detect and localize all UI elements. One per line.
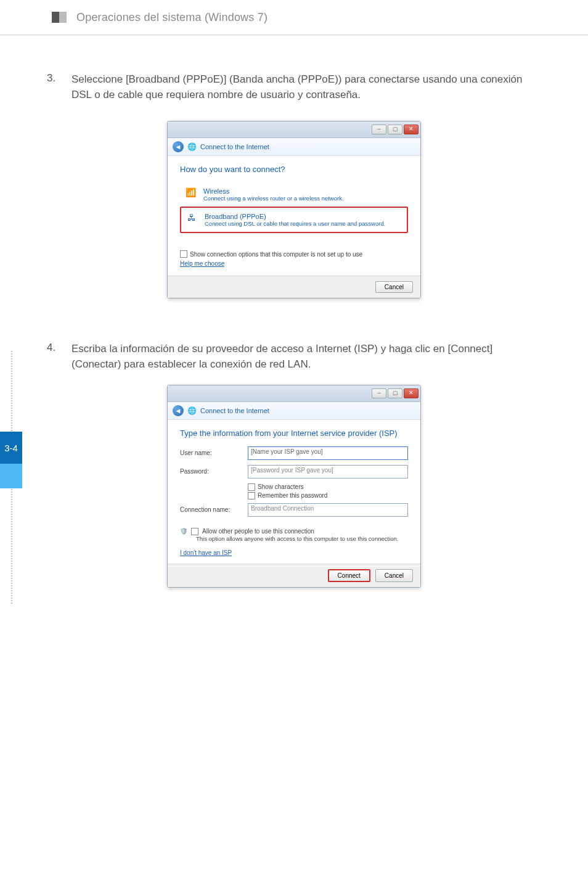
close-button[interactable]: ✕ xyxy=(404,125,419,134)
checkbox-icon[interactable] xyxy=(248,492,255,499)
back-icon[interactable]: ◄ xyxy=(173,141,184,152)
allow-others-checkbox[interactable]: 🛡️ Allow other people to use this connec… xyxy=(180,528,408,535)
dialog-heading: Type the information from your Internet … xyxy=(180,429,408,438)
password-label: Password: xyxy=(180,468,248,475)
broadband-sub: Connect using DSL or cable that requires… xyxy=(205,220,385,227)
step-4-text: Escriba la información de su proveedor d… xyxy=(71,342,541,372)
breadcrumb-text: Connect to the Internet xyxy=(200,143,269,150)
window-titlebar: – ▢ ✕ xyxy=(168,385,420,402)
option-wireless[interactable]: 📶 Wireless Connect using a wireless rout… xyxy=(180,183,408,207)
wireless-icon: 📶 xyxy=(184,187,197,197)
allow-title: Allow other people to use this connectio… xyxy=(202,528,314,535)
checkbox-icon[interactable] xyxy=(180,250,187,258)
cancel-button[interactable]: Cancel xyxy=(375,569,413,582)
show-chars-label: Show characters xyxy=(258,483,303,490)
cancel-button[interactable]: Cancel xyxy=(375,281,413,293)
connect-button[interactable]: Connect xyxy=(328,569,370,582)
minimize-button[interactable]: – xyxy=(372,125,386,134)
connection-name-label: Connection name: xyxy=(180,506,248,513)
window-titlebar: – ▢ ✕ xyxy=(168,121,420,138)
maximize-button[interactable]: ▢ xyxy=(388,388,402,398)
globe-icon: 🌐 xyxy=(187,406,197,415)
show-options-checkbox-row[interactable]: Show connection options that this comput… xyxy=(180,250,408,258)
broadband-icon: 🖧 xyxy=(185,213,198,223)
connection-name-input[interactable]: Broadband Connection xyxy=(248,503,408,517)
show-options-label: Show connection options that this comput… xyxy=(190,251,362,258)
step-4: 4. Escriba la información de su proveedo… xyxy=(47,342,541,372)
step-4-number: 4. xyxy=(47,342,71,372)
username-label: User name: xyxy=(180,450,248,456)
breadcrumb-text: Connect to the Internet xyxy=(200,407,269,414)
password-input[interactable]: [Password your ISP gave you] xyxy=(248,465,408,478)
connect-dialog-choose: – ▢ ✕ ◄ 🌐 Connect to the Internet How do… xyxy=(167,121,421,298)
no-isp-link[interactable]: I don't have an ISP xyxy=(180,549,232,556)
shield-icon: 🛡️ xyxy=(180,528,187,535)
show-characters-checkbox[interactable]: Show characters xyxy=(248,483,408,491)
allow-desc: This option allows anyone with access to… xyxy=(196,535,408,542)
step-3: 3. Seleccione [Broadband (PPPoE)] (Banda… xyxy=(47,72,541,102)
option-broadband[interactable]: 🖧 Broadband (PPPoE) Connect using DSL or… xyxy=(180,207,408,233)
remember-label: Remember this password xyxy=(258,492,327,499)
help-me-choose-link[interactable]: Help me choose xyxy=(180,260,224,267)
chapter-title: Operaciones del sistema (Windows 7) xyxy=(76,11,267,24)
breadcrumb-bar: ◄ 🌐 Connect to the Internet xyxy=(168,402,420,420)
header-marker-icon xyxy=(52,12,67,23)
checkbox-icon[interactable] xyxy=(191,528,198,535)
maximize-button[interactable]: ▢ xyxy=(388,125,402,134)
wireless-sub: Connect using a wireless router or a wir… xyxy=(203,195,344,202)
chapter-header: Operaciones del sistema (Windows 7) xyxy=(0,0,588,35)
step-3-number: 3. xyxy=(47,72,71,102)
broadband-title: Broadband (PPPoE) xyxy=(205,213,385,220)
wireless-title: Wireless xyxy=(203,187,344,195)
minimize-button[interactable]: – xyxy=(372,388,386,398)
breadcrumb-bar: ◄ 🌐 Connect to the Internet xyxy=(168,138,420,156)
checkbox-icon[interactable] xyxy=(248,483,255,491)
remember-password-checkbox[interactable]: Remember this password xyxy=(248,492,408,499)
connect-dialog-form: – ▢ ✕ ◄ 🌐 Connect to the Internet Type t… xyxy=(167,385,421,588)
dialog-heading: How do you want to connect? xyxy=(180,165,408,174)
step-3-text: Seleccione [Broadband (PPPoE)] (Banda an… xyxy=(71,72,541,102)
back-icon[interactable]: ◄ xyxy=(173,405,184,416)
globe-icon: 🌐 xyxy=(187,142,197,151)
close-button[interactable]: ✕ xyxy=(404,388,419,398)
username-input[interactable]: [Name your ISP gave you] xyxy=(248,446,408,460)
